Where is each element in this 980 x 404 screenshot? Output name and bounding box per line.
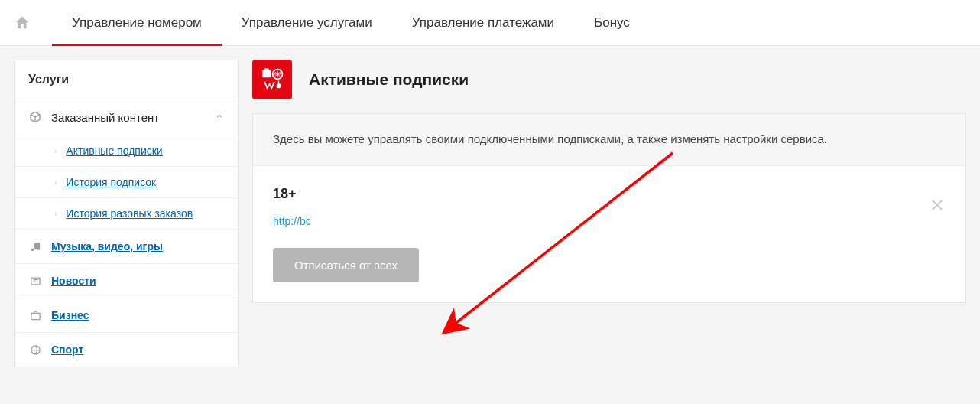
link-label: Музыка, видео, игры bbox=[51, 240, 163, 252]
sidebar-link-news[interactable]: Новости bbox=[15, 264, 238, 298]
sport-icon bbox=[28, 344, 42, 356]
sidebar-sub-active-subscriptions[interactable]: › Активные подписки bbox=[15, 135, 238, 167]
sidebar-link-business[interactable]: Бизнес bbox=[15, 298, 238, 333]
svg-point-0 bbox=[31, 248, 34, 251]
briefcase-icon bbox=[28, 310, 42, 321]
music-icon bbox=[28, 241, 42, 252]
page-title: Активные подписки bbox=[309, 70, 469, 89]
tab-services-management[interactable]: Управление услугами bbox=[222, 0, 392, 45]
bullet-icon: › bbox=[54, 178, 57, 187]
subscription-title: 18+ bbox=[273, 186, 946, 202]
link-label: Бизнес bbox=[51, 309, 89, 321]
sub-label: История разовых заказов bbox=[66, 207, 193, 220]
sub-label: История подписок bbox=[66, 176, 156, 188]
sidebar-section-ordered-content[interactable]: Заказанный контент bbox=[15, 99, 238, 135]
title-icon bbox=[252, 60, 292, 99]
tab-label: Управление услугами bbox=[242, 15, 372, 31]
tab-label: Управление платежами bbox=[412, 15, 554, 31]
link-label: Спорт bbox=[51, 344, 83, 356]
top-nav: Управление номером Управление услугами У… bbox=[0, 0, 980, 46]
sidebar-section-label: Заказанный контент bbox=[51, 111, 159, 124]
subscription-item: 18+ http://bc bbox=[253, 166, 965, 248]
sidebar-link-sport[interactable]: Спорт bbox=[15, 333, 238, 367]
sidebar-sub-subscription-history[interactable]: › История подписок bbox=[15, 167, 238, 198]
tab-number-management[interactable]: Управление номером bbox=[52, 0, 222, 45]
sidebar: Услуги Заказанный контент › Активные под… bbox=[14, 60, 239, 367]
subscription-link[interactable]: http://bc bbox=[273, 215, 311, 227]
svg-rect-3 bbox=[31, 313, 39, 319]
tab-payments-management[interactable]: Управление платежами bbox=[392, 0, 574, 45]
chevron-up-icon bbox=[215, 110, 224, 124]
cube-icon bbox=[28, 111, 42, 123]
unsubscribe-all-button[interactable]: Отписаться от всех bbox=[273, 248, 419, 282]
svg-rect-5 bbox=[262, 70, 271, 77]
card-notice: Здесь вы можете управлять своими подключ… bbox=[253, 114, 965, 166]
sidebar-header: Услуги bbox=[15, 60, 238, 99]
subscriptions-card: Здесь вы можете управлять своими подключ… bbox=[252, 113, 966, 303]
main-content: Активные подписки Здесь вы можете управл… bbox=[252, 60, 966, 367]
svg-point-1 bbox=[37, 247, 40, 250]
home-icon[interactable] bbox=[14, 15, 31, 31]
tab-label: Управление номером bbox=[72, 15, 202, 31]
news-icon bbox=[28, 275, 42, 287]
remove-subscription-button[interactable] bbox=[929, 197, 946, 217]
sidebar-link-media[interactable]: Музыка, видео, игры bbox=[15, 230, 238, 264]
sub-label: Активные подписки bbox=[66, 145, 162, 157]
svg-rect-6 bbox=[264, 68, 269, 70]
title-row: Активные подписки bbox=[252, 60, 966, 99]
sidebar-sub-order-history[interactable]: › История разовых заказов bbox=[15, 198, 238, 230]
tab-label: Бонус bbox=[594, 15, 630, 31]
page: Услуги Заказанный контент › Активные под… bbox=[0, 46, 980, 381]
bullet-icon: › bbox=[54, 147, 57, 155]
link-label: Новости bbox=[51, 275, 96, 287]
tab-bonus[interactable]: Бонус bbox=[574, 0, 650, 45]
bullet-icon: › bbox=[54, 210, 57, 218]
